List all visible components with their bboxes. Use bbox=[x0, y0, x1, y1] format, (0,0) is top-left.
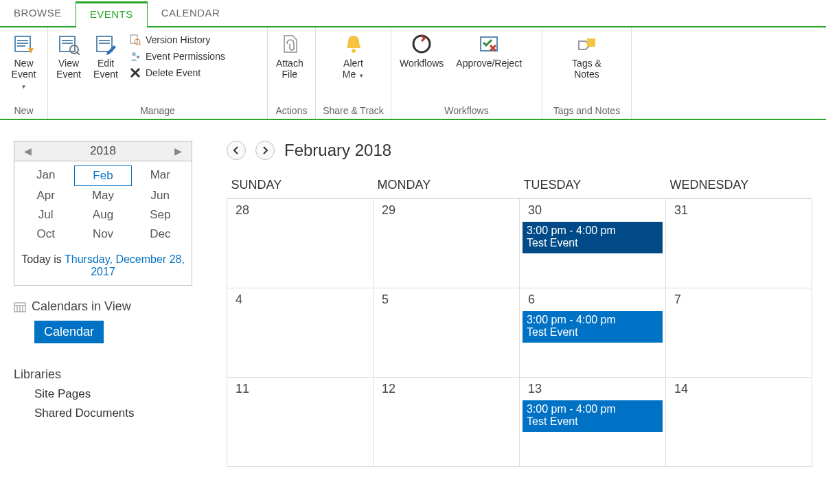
ribbon-group-actions-label: Actions bbox=[272, 104, 311, 117]
view-event-icon bbox=[56, 32, 81, 56]
svg-point-21 bbox=[413, 36, 430, 52]
event-time: 3:00 pm - 4:00 pm bbox=[527, 403, 658, 415]
day-number: 31 bbox=[666, 199, 812, 220]
day-header: TUESDAY bbox=[520, 172, 666, 198]
calendars-in-view-label: Calendars in View bbox=[32, 299, 131, 314]
edit-event-button[interactable]: EditEvent bbox=[89, 30, 122, 81]
mini-month-aug[interactable]: Aug bbox=[74, 205, 131, 225]
event-time: 3:00 pm - 4:00 pm bbox=[527, 225, 658, 237]
ribbon-group-tags-label: Tags and Notes bbox=[547, 104, 627, 117]
day-number: 29 bbox=[374, 199, 519, 220]
calendar-cell[interactable]: 133:00 pm - 4:00 pmTest Event bbox=[520, 377, 666, 466]
version-history-icon bbox=[129, 34, 141, 46]
new-event-label: NewEvent ▼ bbox=[8, 58, 39, 91]
calendar-title: February 2018 bbox=[284, 141, 391, 160]
mini-prev-year[interactable]: ◀ bbox=[20, 144, 36, 158]
approve-reject-button[interactable]: Approve/Reject bbox=[452, 30, 526, 70]
calendar-grid: SUNDAYMONDAYTUESDAYWEDNESDAY 2829303:00 … bbox=[227, 172, 812, 467]
libraries-header: Libraries bbox=[14, 367, 199, 382]
tags-notes-icon bbox=[575, 32, 599, 56]
mini-month-mar[interactable]: Mar bbox=[132, 165, 189, 186]
attach-file-label: AttachFile bbox=[276, 58, 303, 80]
event-title: Test Event bbox=[527, 326, 658, 339]
mini-month-dec[interactable]: Dec bbox=[132, 225, 189, 244]
version-history-label: Version History bbox=[146, 34, 210, 45]
workflows-button[interactable]: Workflows bbox=[395, 30, 448, 70]
calendar-next-month[interactable] bbox=[255, 141, 275, 160]
tab-calendar[interactable]: CALENDAR bbox=[148, 0, 234, 26]
event-permissions-button[interactable]: Event Permissions bbox=[126, 48, 228, 65]
calendar-cell[interactable]: 5 bbox=[374, 288, 520, 377]
svg-point-20 bbox=[352, 49, 356, 53]
calendar-cell[interactable]: 29 bbox=[374, 198, 520, 288]
mini-month-apr[interactable]: Apr bbox=[17, 186, 74, 205]
alert-me-button[interactable]: AlertMe ▼ bbox=[337, 30, 370, 81]
calendar-cell[interactable]: 11 bbox=[227, 377, 374, 466]
new-event-button[interactable]: NewEvent ▼ bbox=[4, 30, 43, 92]
delete-event-icon bbox=[129, 67, 141, 79]
ribbon-group-workflows: Workflows Approve/Reject Workflows bbox=[391, 27, 542, 119]
calendar-cell[interactable]: 12 bbox=[374, 377, 520, 466]
calendar-cell[interactable]: 28 bbox=[227, 198, 374, 288]
calendars-in-view: Calendars in View Calendar bbox=[14, 299, 199, 343]
calendar-cell[interactable]: 7 bbox=[666, 288, 812, 377]
tab-events[interactable]: EVENTS bbox=[76, 1, 148, 27]
svg-point-17 bbox=[137, 56, 139, 58]
mini-next-year[interactable]: ▶ bbox=[170, 144, 186, 158]
calendar-cell[interactable]: 303:00 pm - 4:00 pmTest Event bbox=[520, 198, 666, 288]
ribbon-group-manage-label: Manage bbox=[52, 104, 263, 117]
tags-notes-button[interactable]: Tags &Notes bbox=[568, 30, 606, 81]
day-number: 5 bbox=[374, 288, 519, 310]
ribbon-group-actions: AttachFile Actions bbox=[268, 27, 316, 119]
delete-event-button[interactable]: Delete Event bbox=[126, 65, 228, 81]
version-history-button[interactable]: Version History bbox=[126, 32, 228, 48]
calendar-event[interactable]: 3:00 pm - 4:00 pmTest Event bbox=[523, 400, 663, 432]
ribbon: NewEvent ▼ New ViewEvent EditEvent bbox=[0, 27, 826, 120]
day-header: WEDNESDAY bbox=[666, 172, 812, 198]
attach-file-button[interactable]: AttachFile bbox=[272, 30, 308, 81]
mini-month-jun[interactable]: Jun bbox=[132, 186, 189, 205]
day-number: 12 bbox=[374, 378, 519, 399]
mini-month-jan[interactable]: Jan bbox=[17, 165, 74, 186]
mini-month-sep[interactable]: Sep bbox=[132, 205, 189, 225]
quick-launch-libraries: Libraries Site PagesShared Documents bbox=[14, 367, 199, 420]
day-number: 30 bbox=[520, 199, 665, 220]
ribbon-group-tags: Tags &Notes Tags and Notes bbox=[542, 27, 632, 119]
ribbon-group-new-label: New bbox=[4, 104, 43, 117]
calendar-cell[interactable]: 4 bbox=[227, 288, 374, 377]
mini-month-oct[interactable]: Oct bbox=[17, 225, 74, 244]
event-title: Test Event bbox=[527, 237, 658, 249]
library-link-site-pages[interactable]: Site Pages bbox=[14, 382, 199, 401]
mini-month-nov[interactable]: Nov bbox=[74, 225, 131, 244]
svg-point-16 bbox=[132, 52, 136, 56]
approve-reject-icon bbox=[477, 32, 501, 56]
mini-month-feb[interactable]: Feb bbox=[74, 165, 131, 186]
tab-browse[interactable]: BROWSE bbox=[0, 0, 76, 26]
ribbon-group-share-label: Share & Track bbox=[320, 104, 387, 117]
ribbon-group-manage: ViewEvent EditEvent Version History bbox=[48, 27, 268, 119]
day-number: 7 bbox=[666, 288, 812, 310]
library-link-shared-documents[interactable]: Shared Documents bbox=[14, 401, 199, 420]
view-event-label: ViewEvent bbox=[56, 58, 81, 80]
mini-month-grid: JanFebMarAprMayJunJulAugSepOctNovDec bbox=[14, 161, 192, 248]
ribbon-group-share: AlertMe ▼ Share & Track bbox=[316, 27, 391, 119]
mini-today-link[interactable]: Thursday, December 28, 2017 bbox=[65, 253, 185, 277]
calendar-cell[interactable]: 63:00 pm - 4:00 pmTest Event bbox=[520, 288, 666, 377]
event-time: 3:00 pm - 4:00 pm bbox=[527, 314, 658, 326]
day-header: SUNDAY bbox=[227, 172, 374, 198]
calendar-cell[interactable]: 31 bbox=[666, 198, 812, 288]
calendar-cell[interactable]: 14 bbox=[666, 377, 812, 466]
day-number: 11 bbox=[227, 378, 373, 399]
calendar-event[interactable]: 3:00 pm - 4:00 pmTest Event bbox=[523, 222, 663, 253]
calendar-event[interactable]: 3:00 pm - 4:00 pmTest Event bbox=[523, 311, 663, 343]
view-event-button[interactable]: ViewEvent bbox=[52, 30, 85, 81]
ribbon-group-new: NewEvent ▼ New bbox=[0, 27, 48, 119]
calendar-prev-month[interactable] bbox=[227, 141, 246, 160]
tags-notes-label: Tags &Notes bbox=[572, 58, 601, 80]
mini-month-jul[interactable]: Jul bbox=[17, 205, 74, 225]
day-number: 28 bbox=[227, 199, 373, 220]
mini-today: Today is Thursday, December 28, 2017 bbox=[14, 248, 192, 285]
mini-month-may[interactable]: May bbox=[74, 186, 131, 205]
calendar-overlay-button[interactable]: Calendar bbox=[34, 321, 104, 343]
workflows-icon bbox=[409, 32, 434, 56]
